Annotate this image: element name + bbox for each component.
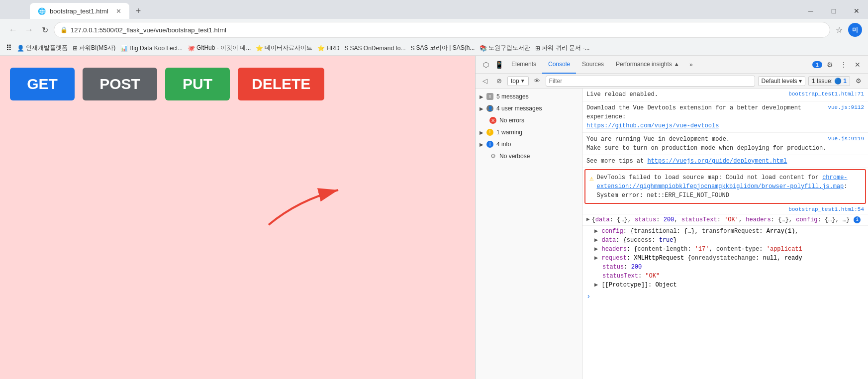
tab-close-icon[interactable]: ✕ <box>116 7 121 15</box>
bookmark-item-sas2[interactable]: S SAS 코리아 | SAS(h... <box>411 44 475 52</box>
expand-headers[interactable]: ▶ <box>594 246 598 253</box>
expand-proto[interactable]: ▶ <box>594 282 598 288</box>
statustext-row: statusText: "OK" <box>594 272 864 281</box>
request-row: ▶ request: XMLHttpRequest {onreadystatec… <box>594 254 864 263</box>
console-prompt[interactable]: › <box>582 290 868 302</box>
console-message-vuedevtools: Download the Vue Devtools extension for … <box>582 101 868 133</box>
expand-request[interactable]: ▶ <box>594 255 598 262</box>
info-badge-obj: i <box>854 216 861 223</box>
devtools-device-icon[interactable]: 📱 <box>492 58 505 71</box>
devtools-settings-icon[interactable]: ⚙ <box>823 58 836 71</box>
messages-icon: ≡ <box>486 93 493 100</box>
context-dropdown-arrow: ▼ <box>520 78 525 84</box>
msg-text-tips: See more tips at <box>586 158 647 165</box>
devtools-more-icon[interactable]: ⋮ <box>837 58 850 71</box>
sidebar-item-messages[interactable]: ▶ ≡ 5 messages <box>476 91 582 102</box>
expand-config[interactable]: ▶ <box>594 228 598 235</box>
expand-triangle-obj[interactable]: ▶ <box>586 216 590 223</box>
devtools-tab-elements[interactable]: Elements <box>505 56 542 74</box>
bookmark-item-data[interactable]: ⭐ 데이터자료사이트 <box>256 44 312 52</box>
address-bar-row: ← → ↻ 🔒 127.0.0.1:5500/02_flask_vue/vue/… <box>0 19 868 41</box>
sidebar-item-no-errors[interactable]: ✕ No errors <box>476 114 582 126</box>
bookmark-apps-icon[interactable]: ⠿ <box>6 43 12 53</box>
sidebar-item-info[interactable]: ▶ i 4 info <box>476 138 582 150</box>
devtools-inspect-icon[interactable]: ⬡ <box>480 58 492 71</box>
forward-button[interactable]: → <box>22 23 36 37</box>
msg-text-livereload: Live reload enabled. <box>586 91 658 99</box>
url-bar[interactable]: 🔒 127.0.0.1:5500/02_flask_vue/vue/bootst… <box>54 22 830 38</box>
maximize-button[interactable]: □ <box>822 3 845 19</box>
devtools-tabs-row: ⬡ 📱 Elements Console Sources Performance… <box>476 56 868 74</box>
delete-button[interactable]: DELETE <box>238 68 324 100</box>
issue-badge[interactable]: 1 Issue: 🔵 1 <box>808 76 850 86</box>
console-object-row: ▶ {data: {…}, status: 200, statusText: '… <box>582 214 868 226</box>
close-button[interactable]: ✕ <box>845 3 868 19</box>
devtools-tab-performance[interactable]: Performance insights ▲ <box>610 56 685 74</box>
vue-devtools-link[interactable]: https://github.com/vuejs/vue-devtools <box>586 122 719 129</box>
post-button[interactable]: POST <box>83 68 157 100</box>
prototype-row: ▶ [[Prototype]]: Object <box>594 281 864 289</box>
devtools-tab-console[interactable]: Console <box>542 56 576 74</box>
console-filter-input[interactable] <box>546 76 755 87</box>
tab-title: bootstrap_test1.html <box>50 7 108 15</box>
console-eye-icon[interactable]: 👁 <box>532 76 543 87</box>
msg-source-vuedevtools[interactable]: vue.js:9112 <box>828 103 864 121</box>
console-sidebar: ▶ ≡ 5 messages ▶ 👤 4 user messages ✕ No … <box>476 89 582 379</box>
config-row: ▶ config: {transitional: {…}, transformR… <box>594 227 864 236</box>
devtools-notification-badge[interactable]: 1 <box>812 61 822 68</box>
profile-button[interactable]: 미 <box>848 23 862 37</box>
tab-favicon: 🌐 <box>38 7 46 15</box>
reload-button[interactable]: ↻ <box>38 23 52 37</box>
sidebar-item-user-messages[interactable]: ▶ 👤 4 user messages <box>476 102 582 114</box>
get-button[interactable]: GET <box>10 68 75 100</box>
console-back-icon[interactable]: ◁ <box>480 76 490 87</box>
msg-text-vuedevtools: Download the Vue Devtools extension for … <box>586 103 828 121</box>
expand-arrow-messages: ▶ <box>480 94 483 99</box>
msg-source-livereload[interactable]: bootstrap_test1.html:71 <box>788 91 864 99</box>
bookmark-item-bigdata[interactable]: 📊 Big Data Koo Lect... <box>120 45 183 52</box>
bookmarks-bar: ⠿ 👤 인재개발플랫폼 ⊞ 파워BI(MS사) 📊 Big Data Koo L… <box>0 41 868 56</box>
expand-arrow-warning: ▶ <box>480 130 483 135</box>
sidebar-item-no-verbose[interactable]: ⚙ No verbose <box>476 150 582 162</box>
sidebar-item-info-label: 4 info <box>496 141 511 148</box>
bookmark-item-library[interactable]: 📚 노원구립도서관 <box>480 44 530 52</box>
console-source-line: bootstrap_test1.html:54 <box>582 205 868 214</box>
source-map-link[interactable]: chrome-extension://gighmmmpiobklfepjocna… <box>596 174 847 190</box>
console-block-icon[interactable]: ⊘ <box>493 76 504 87</box>
msg-source-vuemode[interactable]: vue.js:9119 <box>828 135 864 144</box>
expand-data[interactable]: ▶ <box>594 237 598 244</box>
info-icon: i <box>486 141 493 148</box>
put-button[interactable]: PUT <box>165 68 230 100</box>
new-tab-button[interactable]: + <box>131 4 145 18</box>
minimize-button[interactable]: ─ <box>799 3 822 19</box>
status-row: status: 200 <box>594 263 864 272</box>
context-dropdown[interactable]: top ▼ <box>507 76 529 86</box>
console-message-warning-box: ⚠ DevTools failed to load source map: Co… <box>584 169 866 204</box>
sidebar-item-no-errors-label: No errors <box>499 117 524 124</box>
webpage-content: GET POST PUT DELETE <box>0 56 475 379</box>
source-link[interactable]: bootstrap_test1.html:54 <box>788 206 864 212</box>
console-message-vuemode: You are running Vue in development mode.… <box>582 133 868 155</box>
expand-arrow-user: ▶ <box>480 106 483 111</box>
bookmark-star-button[interactable]: ☆ <box>832 23 846 37</box>
bookmark-item-sas1[interactable]: S SAS OnDemand fo... <box>344 45 405 52</box>
bookmark-item-powerbi[interactable]: ⊞ 파워BI(MS사) <box>73 44 115 52</box>
default-levels-dropdown[interactable]: Default levels ▾ <box>758 76 805 86</box>
tab-bar: 🌐 bootstrap_test1.html ✕ + ─ □ ✕ <box>0 0 868 19</box>
tips-link[interactable]: https://vuejs.org/guide/deployment.html <box>647 158 787 165</box>
bookmark-item-injae[interactable]: 👤 인재개발플랫폼 <box>17 44 68 52</box>
console-settings-icon[interactable]: ⚙ <box>853 76 864 87</box>
sidebar-item-warning[interactable]: ▶ ! 1 warning <box>476 126 582 138</box>
devtools-tab-more[interactable]: » <box>685 59 697 70</box>
bookmark-item-hrd[interactable]: ⭐ HRD <box>317 45 339 52</box>
sidebar-item-no-verbose-label: No verbose <box>499 153 530 160</box>
devtools-tab-sources[interactable]: Sources <box>576 56 610 74</box>
bookmark-item-powerquery[interactable]: ⊞ 파워 퀴리 문서 -... <box>535 44 589 52</box>
user-icon: 👤 <box>486 105 493 112</box>
bookmark-item-github[interactable]: 🐙 GitHub - 이것이 데... <box>188 44 251 52</box>
back-button[interactable]: ← <box>6 23 20 37</box>
devtools-close-icon[interactable]: ✕ <box>851 58 864 71</box>
browser-tab[interactable]: 🌐 bootstrap_test1.html ✕ <box>30 3 129 19</box>
verbose-icon: ⚙ <box>489 153 496 160</box>
console-toolbar: ◁ ⊘ top ▼ 👁 Default levels ▾ 1 Issue: 🔵 … <box>476 74 868 89</box>
